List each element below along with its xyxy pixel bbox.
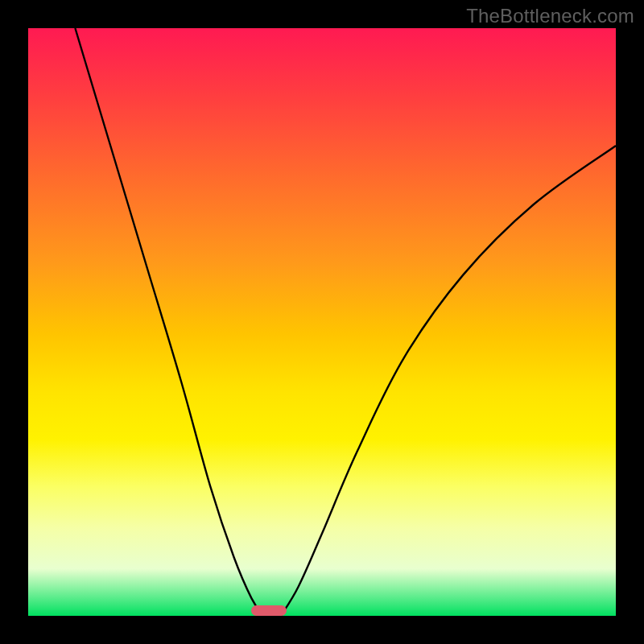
- watermark-text: TheBottleneck.com: [466, 5, 634, 27]
- chart-frame: TheBottleneck.com: [0, 0, 644, 644]
- curve-layer: [0, 0, 644, 644]
- bottleneck-marker: [251, 605, 287, 616]
- curve-right: [281, 146, 616, 616]
- curve-left: [75, 28, 263, 616]
